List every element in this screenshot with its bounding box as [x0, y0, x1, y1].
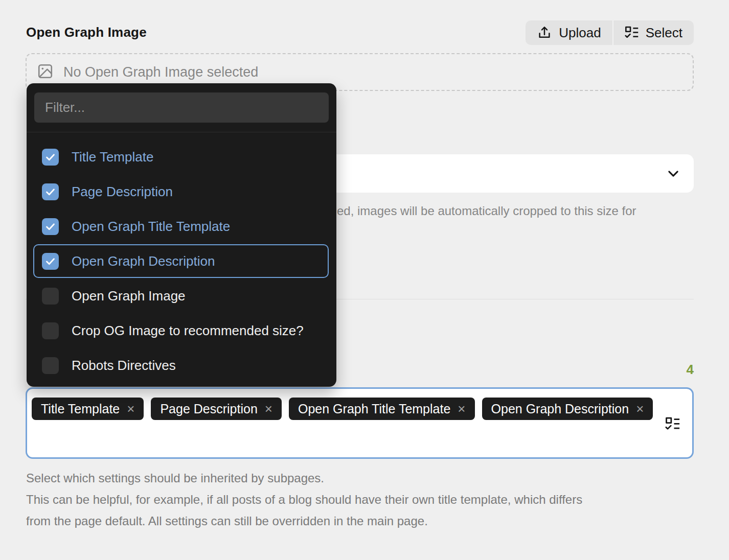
dropdown-option-label: Open Graph Image — [72, 288, 186, 304]
dropdown-option[interactable]: Open Graph Description — [27, 244, 336, 278]
help-line: Select which settings should be inherite… — [26, 468, 582, 489]
checkmark-icon — [45, 186, 56, 197]
inherited-setting-tag: Page Description × — [151, 398, 282, 420]
dropdown-option[interactable]: Robots Directives — [27, 348, 336, 383]
upload-button[interactable]: Upload — [526, 20, 612, 45]
og-image-empty-text: No Open Graph Image selected — [63, 64, 258, 80]
inherit-settings-dropdown: Title Template Page Description Open Gra… — [27, 83, 336, 387]
checkbox[interactable] — [42, 253, 59, 270]
checkmark-icon — [45, 256, 56, 267]
og-image-toolbar: Upload Select — [526, 20, 694, 45]
checkbox[interactable] — [42, 149, 59, 166]
select-button-label: Select — [646, 25, 682, 41]
crop-size-helper-text: ed, images will be automatically cropped… — [337, 204, 636, 218]
dropdown-option-label: Robots Directives — [72, 358, 176, 374]
remove-tag-icon[interactable]: × — [265, 402, 272, 415]
dropdown-option-label: Open Graph Description — [72, 253, 215, 269]
dropdown-option[interactable]: Open Graph Image — [27, 278, 336, 313]
inherited-setting-tag: Title Template × — [32, 398, 144, 420]
og-image-field-label: Open Graph Image — [26, 25, 147, 40]
inherit-settings-field[interactable]: Title Template × Page Description × Open… — [26, 387, 694, 459]
remove-tag-icon[interactable]: × — [127, 402, 134, 415]
dropdown-item-list: Title Template Page Description Open Gra… — [27, 132, 336, 383]
selected-count-badge: 4 — [687, 362, 694, 378]
inherited-setting-tag: Open Graph Description × — [482, 398, 653, 420]
inherit-help-text: Select which settings should be inherite… — [26, 468, 582, 532]
select-button[interactable]: Select — [613, 20, 694, 45]
open-picker-icon[interactable] — [665, 416, 680, 434]
upload-button-label: Upload — [559, 25, 601, 41]
seo-settings-page: Open Graph Image Upload Select — [0, 0, 729, 560]
dropdown-option[interactable]: Title Template — [27, 139, 336, 174]
chevron-down-icon — [666, 167, 680, 183]
help-line: from the page default. All settings can … — [26, 510, 582, 532]
remove-tag-icon[interactable]: × — [636, 402, 644, 415]
dropdown-option[interactable]: Crop OG Image to recommended size? — [27, 313, 336, 348]
checkmark-icon — [45, 152, 56, 162]
checkbox[interactable] — [42, 357, 59, 374]
remove-tag-icon[interactable]: × — [458, 402, 465, 415]
dropdown-option[interactable]: Page Description — [27, 174, 336, 209]
dropdown-option-label: Crop OG Image to recommended size? — [72, 323, 304, 339]
dropdown-option-label: Page Description — [72, 184, 173, 200]
image-icon — [37, 63, 53, 81]
checkbox[interactable] — [42, 288, 59, 305]
dropdown-option-label: Title Template — [72, 149, 153, 165]
tag-label: Page Description — [160, 402, 257, 416]
tag-label: Open Graph Description — [491, 402, 629, 416]
checkbox[interactable] — [42, 218, 59, 235]
checklist-icon — [625, 26, 639, 40]
checkbox[interactable] — [42, 322, 59, 339]
tag-label: Title Template — [41, 402, 120, 416]
inherited-setting-tag: Open Graph Title Template × — [289, 398, 475, 420]
dropdown-filter-wrap — [27, 83, 336, 132]
checkbox[interactable] — [42, 183, 59, 200]
dropdown-option[interactable]: Open Graph Title Template — [27, 209, 336, 244]
filter-input[interactable] — [34, 92, 329, 123]
tag-label: Open Graph Title Template — [298, 402, 450, 416]
upload-icon — [537, 25, 552, 40]
checkmark-icon — [45, 221, 56, 232]
help-line: This can be helpful, for example, if all… — [26, 489, 582, 510]
dropdown-option-label: Open Graph Title Template — [72, 219, 230, 235]
